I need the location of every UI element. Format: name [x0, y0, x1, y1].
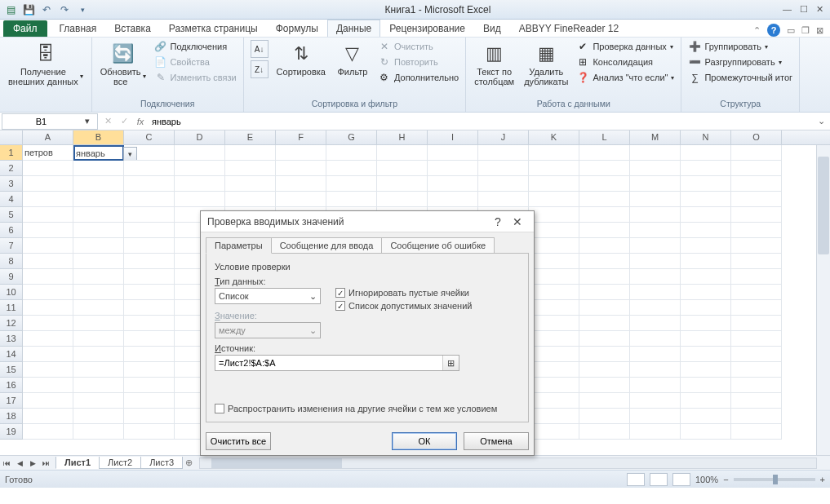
column-header[interactable]: M — [630, 130, 681, 144]
cell-K14[interactable] — [529, 347, 579, 362]
cell-N9[interactable] — [681, 269, 731, 285]
cell-M3[interactable] — [630, 176, 681, 192]
row-header[interactable]: 18 — [0, 409, 23, 424]
sort-button[interactable]: ⇅Сортировка — [273, 39, 329, 78]
cell-K12[interactable] — [529, 316, 579, 331]
select-all-corner[interactable] — [0, 130, 23, 144]
cell-L11[interactable] — [579, 300, 630, 316]
cell-K2[interactable] — [529, 161, 579, 176]
in-cell-dropdown-checkbox[interactable]: ✓Список допустимых значений — [335, 301, 472, 311]
cell-C3[interactable] — [124, 176, 175, 192]
sheet-nav-last-icon[interactable]: ⏭ — [39, 459, 52, 467]
cell-C19[interactable] — [124, 424, 175, 440]
cell-B18[interactable] — [73, 409, 124, 424]
cell-A17[interactable] — [23, 393, 73, 409]
column-header[interactable]: I — [428, 130, 478, 144]
data-validation-button[interactable]: ✔Проверка данных ▾ — [575, 39, 676, 54]
cell-H1[interactable] — [377, 145, 428, 161]
cell-N6[interactable] — [681, 223, 731, 238]
cell-B4[interactable] — [73, 192, 124, 207]
cell-K1[interactable] — [529, 145, 579, 161]
cell-H4[interactable] — [377, 192, 428, 207]
row-header[interactable]: 5 — [0, 207, 23, 223]
cell-C4[interactable] — [124, 192, 175, 207]
cell-N7[interactable] — [681, 238, 731, 254]
ungroup-button[interactable]: ➖Разгруппировать ▾ — [686, 55, 794, 69]
cell-M5[interactable] — [630, 207, 681, 223]
cell-J2[interactable] — [478, 161, 529, 176]
cell-K9[interactable] — [529, 269, 579, 285]
cell-B8[interactable] — [73, 254, 124, 269]
cell-I3[interactable] — [428, 176, 478, 192]
cell-L6[interactable] — [579, 223, 630, 238]
range-picker-icon[interactable]: ⊞ — [442, 356, 459, 370]
row-header[interactable]: 7 — [0, 238, 23, 254]
cell-N17[interactable] — [681, 393, 731, 409]
cell-D3[interactable] — [175, 176, 225, 192]
row-header[interactable]: 1 — [0, 145, 23, 161]
page-layout-view-button[interactable] — [650, 473, 668, 486]
consolidate-button[interactable]: ⊞Консолидация — [575, 55, 676, 69]
cell-O18[interactable] — [731, 409, 782, 424]
cell-K16[interactable] — [529, 378, 579, 393]
cell-M15[interactable] — [630, 362, 681, 378]
cell-A1[interactable]: петров — [23, 145, 73, 161]
cancel-button[interactable]: Отмена — [464, 432, 529, 450]
cell-A2[interactable] — [23, 161, 73, 176]
row-header[interactable]: 19 — [0, 424, 23, 440]
minimize-ribbon-icon[interactable]: ⌃ — [753, 25, 761, 36]
cell-L5[interactable] — [579, 207, 630, 223]
name-box-dropdown-icon[interactable]: ▾ — [80, 116, 95, 126]
zoom-in-button[interactable]: + — [820, 475, 825, 484]
excel-icon[interactable]: ▤ — [3, 2, 18, 17]
cell-N8[interactable] — [681, 254, 731, 269]
horizontal-scrollbar[interactable] — [199, 458, 817, 469]
column-header[interactable]: D — [175, 130, 225, 144]
sheet-nav-next-icon[interactable]: ▶ — [26, 459, 39, 467]
cell-H3[interactable] — [377, 176, 428, 192]
cell-D2[interactable] — [175, 161, 225, 176]
cell-K10[interactable] — [529, 285, 579, 300]
cell-L17[interactable] — [579, 393, 630, 409]
undo-icon[interactable]: ↶ — [39, 2, 54, 17]
cell-F1[interactable] — [276, 145, 326, 161]
cell-M17[interactable] — [630, 393, 681, 409]
zoom-level[interactable]: 100% — [695, 475, 718, 484]
window-max-icon[interactable]: ❐ — [801, 25, 810, 36]
cell-M9[interactable] — [630, 269, 681, 285]
cell-N5[interactable] — [681, 207, 731, 223]
normal-view-button[interactable] — [627, 473, 645, 486]
filter-button[interactable]: ▽Фильтр — [332, 39, 373, 78]
cell-K5[interactable] — [529, 207, 579, 223]
cell-O15[interactable] — [731, 362, 782, 378]
column-header[interactable]: O — [731, 130, 782, 144]
what-if-button[interactable]: ❓Анализ "что если" ▾ — [575, 70, 676, 85]
column-header[interactable]: N — [681, 130, 731, 144]
cell-M7[interactable] — [630, 238, 681, 254]
cell-B12[interactable] — [73, 316, 124, 331]
cell-L19[interactable] — [579, 424, 630, 440]
cell-L2[interactable] — [579, 161, 630, 176]
cell-L16[interactable] — [579, 378, 630, 393]
cell-F4[interactable] — [276, 192, 326, 207]
cell-I2[interactable] — [428, 161, 478, 176]
close-button[interactable]: ✕ — [816, 4, 823, 15]
sheet-tab-1[interactable]: Лист2 — [99, 457, 141, 469]
cell-M19[interactable] — [630, 424, 681, 440]
cell-K18[interactable] — [529, 409, 579, 424]
external-data-button[interactable]: 🗄Получениевнешних данных ▾ — [5, 39, 87, 88]
cell-M1[interactable] — [630, 145, 681, 161]
cell-M18[interactable] — [630, 409, 681, 424]
cell-H2[interactable] — [377, 161, 428, 176]
cell-N13[interactable] — [681, 331, 731, 347]
cell-M11[interactable] — [630, 300, 681, 316]
ribbon-tab-4[interactable]: Данные — [327, 20, 380, 37]
cell-B1[interactable]: январь▾ — [73, 145, 124, 161]
fx-icon[interactable]: fx — [132, 117, 149, 126]
cell-C7[interactable] — [124, 238, 175, 254]
row-header[interactable]: 2 — [0, 161, 23, 176]
file-tab[interactable]: Файл — [3, 20, 47, 37]
cell-B19[interactable] — [73, 424, 124, 440]
cell-N18[interactable] — [681, 409, 731, 424]
cell-B7[interactable] — [73, 238, 124, 254]
